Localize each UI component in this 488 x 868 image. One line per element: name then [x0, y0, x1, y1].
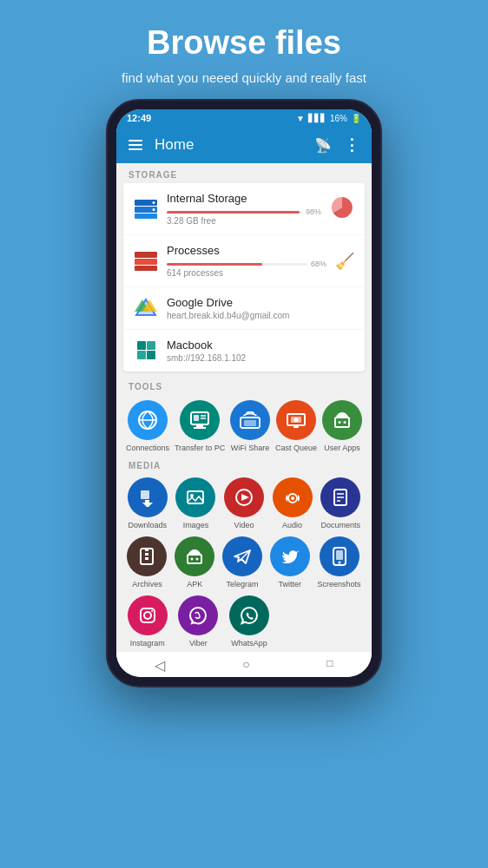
- list-item[interactable]: Internal Storage 98% 3.28 GB free: [123, 183, 365, 235]
- svg-rect-13: [137, 341, 146, 350]
- viber-label: Viber: [189, 639, 208, 648]
- svg-point-33: [343, 421, 346, 424]
- transfer-label: Transfer to PC: [175, 444, 225, 452]
- signal-icon: ▋▋▋: [308, 114, 326, 122]
- svg-rect-34: [141, 490, 149, 499]
- status-bar: 12:49 ▼ ▋▋▋ 16% 🔋: [116, 109, 372, 127]
- media-audio[interactable]: Audio: [273, 477, 313, 529]
- connections-circle: [128, 400, 168, 440]
- svg-rect-22: [194, 415, 199, 421]
- media-screenshots[interactable]: Screenshots: [318, 536, 361, 589]
- svg-point-56: [338, 562, 340, 564]
- svg-point-52: [191, 558, 194, 561]
- back-button[interactable]: ◁: [155, 657, 165, 674]
- media-whatsapp[interactable]: WhatsApp: [225, 595, 274, 648]
- internal-storage-icon: [134, 197, 158, 221]
- app-bar: Home 📡 ⋮: [116, 127, 372, 163]
- svg-rect-2: [135, 214, 157, 219]
- media-section: MEDIA Downloads: [116, 457, 372, 651]
- media-instagram[interactable]: Instagram: [123, 595, 172, 648]
- macbook-name: Macbook: [167, 339, 354, 352]
- twitter-circle: [270, 536, 310, 576]
- svg-point-59: [151, 610, 153, 612]
- tool-connections[interactable]: Connections: [126, 400, 169, 452]
- whatsapp-label: WhatsApp: [231, 639, 267, 648]
- macbook-sub: smb://192.168.1.102: [167, 353, 354, 363]
- audio-circle: [273, 477, 313, 517]
- storage-info: Internal Storage 98% 3.28 GB free: [167, 192, 321, 226]
- tools-label: TOOLS: [116, 377, 372, 395]
- audio-label: Audio: [282, 521, 302, 529]
- more-icon[interactable]: ⋮: [344, 135, 359, 155]
- svg-point-58: [144, 612, 151, 619]
- cast-icon[interactable]: 📡: [314, 137, 332, 154]
- broom-icon: 🧹: [335, 252, 354, 271]
- processes-name: Processes: [167, 244, 326, 257]
- svg-rect-26: [244, 420, 256, 426]
- viber-circle: [178, 595, 218, 635]
- tool-apps[interactable]: User Apps: [322, 400, 362, 452]
- svg-rect-50: [188, 555, 201, 563]
- cast-label: Cast Queue: [275, 444, 317, 452]
- list-item[interactable]: Processes 68% 614 processes 🧹: [123, 235, 365, 287]
- processes-progress: [167, 263, 262, 266]
- svg-rect-49: [145, 557, 148, 560]
- svg-point-32: [338, 421, 340, 424]
- drive-name: Google Drive: [167, 296, 354, 309]
- telegram-label: Telegram: [226, 580, 258, 589]
- svg-point-3: [153, 201, 155, 204]
- page-header: Browse files find what you neeed quickly…: [96, 0, 392, 99]
- svg-rect-7: [135, 259, 157, 265]
- telegram-circle: [222, 536, 262, 576]
- wifi-label: WiFi Share: [231, 444, 270, 452]
- tools-grid: Connections Transfer to PC: [116, 395, 372, 457]
- instagram-label: Instagram: [130, 639, 165, 648]
- media-telegram[interactable]: Telegram: [222, 536, 262, 589]
- screenshots-circle: [320, 536, 359, 576]
- storage-section: STORAGE Internal Storage: [116, 163, 372, 372]
- connections-label: Connections: [126, 444, 169, 452]
- instagram-circle: [128, 595, 168, 635]
- downloads-label: Downloads: [129, 521, 168, 529]
- cast-circle: [276, 400, 316, 440]
- tool-transfer[interactable]: Transfer to PC: [175, 400, 225, 452]
- app-bar-title: Home: [155, 136, 302, 154]
- svg-rect-16: [147, 351, 155, 359]
- phone-frame: 12:49 ▼ ▋▋▋ 16% 🔋 Home 📡 ⋮ STORAGE: [106, 99, 382, 687]
- media-video[interactable]: Video: [224, 477, 264, 529]
- media-apk[interactable]: APK: [175, 536, 214, 589]
- media-downloads[interactable]: Downloads: [128, 477, 168, 529]
- phone-screen: 12:49 ▼ ▋▋▋ 16% 🔋 Home 📡 ⋮ STORAGE: [116, 109, 372, 677]
- list-item[interactable]: Google Drive heart.break.kid.b4u@gmail.c…: [123, 287, 365, 330]
- svg-rect-47: [145, 549, 148, 551]
- tool-cast[interactable]: Cast Queue: [275, 400, 317, 452]
- storage-progress: [167, 211, 300, 214]
- menu-icon[interactable]: [129, 140, 142, 150]
- tool-wifi[interactable]: WiFi Share: [230, 400, 270, 452]
- page-subtitle: find what you neeed quickly and really f…: [122, 70, 366, 85]
- video-circle: [224, 477, 264, 517]
- list-item[interactable]: Macbook smb://192.168.1.102: [123, 330, 365, 372]
- documents-circle: [320, 477, 360, 517]
- video-label: Video: [234, 521, 254, 529]
- svg-point-53: [196, 558, 199, 561]
- phone-bottom-nav: ◁ ○ □: [116, 651, 372, 677]
- documents-label: Documents: [320, 521, 360, 529]
- archives-label: Archives: [132, 580, 162, 589]
- home-button[interactable]: ○: [242, 657, 249, 674]
- media-documents[interactable]: Documents: [320, 477, 360, 529]
- twitter-label: Twitter: [278, 580, 301, 589]
- media-viber[interactable]: Viber: [175, 595, 223, 648]
- svg-point-30: [294, 418, 299, 422]
- svg-rect-55: [336, 550, 343, 560]
- media-archives[interactable]: Archives: [127, 536, 167, 589]
- apk-label: APK: [187, 580, 202, 589]
- media-images[interactable]: Images: [175, 477, 215, 529]
- drive-info: Google Drive heart.break.kid.b4u@gmail.c…: [167, 296, 354, 320]
- storage-label: STORAGE: [116, 163, 372, 183]
- svg-rect-31: [335, 418, 349, 427]
- tools-section: TOOLS Connections: [116, 377, 372, 457]
- media-twitter[interactable]: Twitter: [270, 536, 310, 589]
- recents-button[interactable]: □: [326, 657, 333, 674]
- status-time: 12:49: [127, 113, 151, 123]
